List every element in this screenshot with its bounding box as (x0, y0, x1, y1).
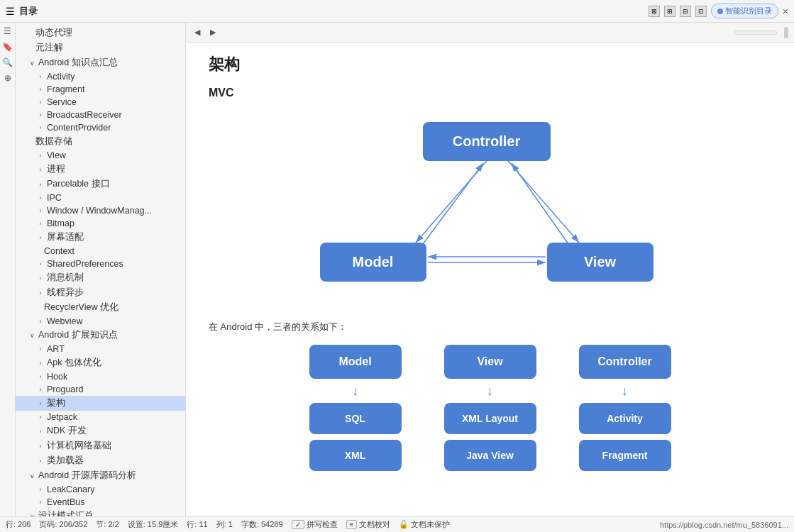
list-item-architecture[interactable]: › 架构 (16, 396, 185, 411)
arrow: › (35, 426, 45, 436)
zoom-icon[interactable]: ⊕ (2, 72, 13, 84)
list-item-fragment[interactable]: › Fragment (16, 83, 185, 96)
list-item-opensource[interactable]: ∨ Android 开源库源码分析 (16, 468, 185, 483)
arrow: › (35, 412, 45, 422)
arrow: › (35, 484, 45, 494)
main-layout: ☰ 🔖 🔍 ⊕ 动态代理 元注解 ∨ Android 知识点汇总 › Activ… (0, 23, 794, 516)
arrow: › (35, 150, 45, 160)
svg-line-2 (416, 161, 487, 243)
list-item-leakcanary[interactable]: › LeakCanary (16, 483, 185, 496)
list-item-ipc[interactable]: › IPC (16, 192, 185, 204)
list-item-network[interactable]: › 计算机网络基础 (16, 438, 185, 453)
list-item-screen[interactable]: › 屏幕适配 (16, 230, 185, 245)
model-column: Model ↓ SQL XML (309, 345, 402, 471)
list-item[interactable]: 动态代理 (16, 26, 185, 40)
list-item-activity[interactable]: › Activity (16, 70, 185, 83)
arrow: › (35, 84, 45, 94)
arrow: › (35, 399, 45, 409)
list-item-datastorage[interactable]: 数据存储 (16, 134, 185, 149)
controller-box: Controller (423, 122, 551, 161)
list-item-apk[interactable]: › Apk 包体优化 (16, 355, 185, 370)
expand-arrow: ∨ (27, 511, 37, 517)
xml-layout-box: XML Layout (444, 403, 536, 434)
forward-icon[interactable]: ▶ (207, 27, 219, 38)
list-item-window[interactable]: › Window / WindowManag... (16, 204, 185, 217)
arrow: › (35, 384, 45, 394)
list-item-contentprovider[interactable]: › ContentProvider (16, 121, 185, 134)
arrow: › (35, 288, 45, 298)
list-item-proguard[interactable]: › Proguard (16, 383, 185, 396)
status-doc-compare[interactable]: ≡ 文档校对 (346, 519, 391, 530)
list-item-bitmap[interactable]: › Bitmap (16, 217, 185, 230)
arrow: › (35, 206, 45, 216)
status-col: 列: 1 (216, 519, 233, 530)
menu-icon[interactable]: ☰ (6, 6, 15, 17)
model-top-box: Model (309, 345, 402, 379)
page-title: 架构 (209, 54, 771, 75)
tb-icon-4[interactable]: ⊡ (695, 6, 707, 17)
list-item-recyclerview[interactable]: RecyclerView 优化 (16, 300, 185, 315)
list-item-process[interactable]: › 进程 (16, 162, 185, 177)
status-doc-protect: 🔓 文档未保护 (399, 519, 450, 530)
list-item-context[interactable]: Context (16, 245, 185, 257)
svg-line-5 (512, 163, 568, 244)
arrow: › (35, 110, 45, 120)
expand-arrow: ∨ (27, 58, 37, 68)
status-wordcount: 字数: 54289 (241, 519, 283, 530)
status-bar: 行: 206 页码: 206/352 节: 2/2 设置: 15.9厘米 行: … (0, 516, 794, 532)
list-item-parcelable[interactable]: › Parcelable 接口 (16, 177, 185, 192)
list-item-art[interactable]: › ART (16, 343, 185, 355)
scrollbar-right[interactable] (784, 27, 788, 38)
view-column: View ↓ XML Layout Java View (444, 345, 536, 471)
tb-icon-2[interactable]: ⊞ (664, 6, 676, 17)
arrow-down-3: ↓ (622, 384, 628, 397)
arrow: › (35, 123, 45, 133)
bookmark-icon[interactable]: 🔖 (2, 41, 13, 52)
mvc-description: 在 Android 中，三者的关系如下： (209, 321, 771, 333)
arrow: › (35, 193, 45, 203)
list-item-view[interactable]: › View (16, 149, 185, 162)
list-item-webview[interactable]: › Webview (16, 315, 185, 328)
sql-box: SQL (309, 403, 402, 434)
status-row: 行: 206 (6, 519, 31, 530)
list-item-hook[interactable]: › Hook (16, 370, 185, 383)
list-item-jetpack[interactable]: › Jetpack (16, 411, 185, 423)
mvc-section-title: MVC (209, 87, 771, 99)
list-item-designpatterns[interactable]: ∨ 设计模式汇总 (16, 509, 185, 516)
close-button[interactable]: × (783, 6, 788, 17)
arrow: › (35, 218, 45, 228)
list-item-android-extend[interactable]: ∨ Android 扩展知识点 (16, 328, 185, 343)
status-spell[interactable]: ✓ 拼写检查 (292, 519, 338, 530)
list-item[interactable]: 元注解 (16, 40, 185, 55)
arrow: › (35, 497, 45, 507)
list-item-eventbus[interactable]: › EventBus (16, 496, 185, 509)
arrow: › (35, 72, 45, 82)
expand-arrow: ∨ (27, 331, 37, 340)
arrow: › (35, 316, 45, 326)
mvc-diagram-1: Controller Model View (292, 108, 689, 306)
sidebar: 动态代理 元注解 ∨ Android 知识点汇总 › Activity › Fr… (16, 23, 186, 516)
smart-btn-dot (717, 9, 723, 14)
tb-icon-1[interactable]: ⊠ (649, 6, 660, 17)
arrow: › (35, 259, 45, 269)
list-item-service[interactable]: › Service (16, 96, 185, 109)
back-icon[interactable]: ◀ (192, 27, 203, 38)
scrollbar-top[interactable] (734, 31, 777, 35)
list-item-thread[interactable]: › 线程异步 (16, 285, 185, 300)
search-icon[interactable]: 🔍 (2, 57, 13, 68)
list-item-classloader[interactable]: › 类加载器 (16, 453, 185, 468)
smart-toc-button[interactable]: 智能识别目录 (711, 4, 778, 18)
top-bar: ☰ 目录 ⊠ ⊞ ⊟ ⊡ 智能识别目录 × (0, 0, 794, 23)
arrow: › (35, 456, 45, 466)
list-item-android-knowledge[interactable]: ∨ Android 知识点汇总 (16, 55, 185, 70)
list-item-sharedprefs[interactable]: › SharedPreferences (16, 257, 185, 270)
arrow: › (35, 179, 45, 189)
list-item-ndk[interactable]: › NDK 开发 (16, 423, 185, 438)
toolbar-icons: ⊠ ⊞ ⊟ ⊡ (649, 6, 707, 17)
tb-icon-3[interactable]: ⊟ (680, 6, 691, 17)
nav-icon[interactable]: ☰ (2, 26, 13, 37)
java-view-box: Java View (444, 440, 536, 471)
list-item-message[interactable]: › 消息机制 (16, 270, 185, 285)
svg-line-3 (508, 161, 579, 243)
list-item-broadcastreceiver[interactable]: › BroadcastReceiver (16, 109, 185, 121)
